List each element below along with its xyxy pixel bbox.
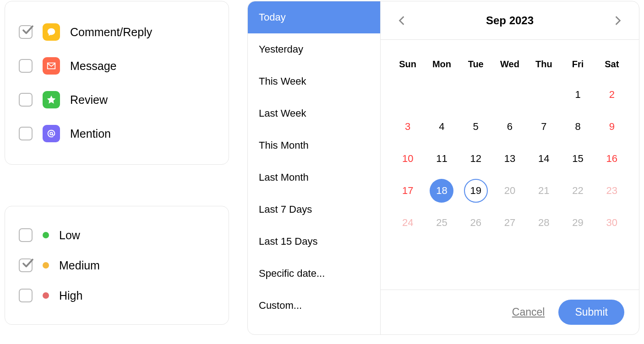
preset-last-7-days[interactable]: Last 7 Days bbox=[248, 194, 380, 226]
calendar-day[interactable]: 1 bbox=[561, 79, 595, 111]
calendar-day[interactable]: 23 bbox=[595, 175, 629, 207]
calendar: Sep 2023 SunMonTueWedThuFriSat1234567891… bbox=[381, 1, 639, 334]
calendar-dow: Mon bbox=[425, 54, 458, 79]
calendar-dow: Thu bbox=[527, 54, 561, 79]
calendar-day bbox=[391, 79, 425, 111]
calendar-day[interactable]: 24 bbox=[391, 207, 425, 239]
calendar-day[interactable]: 18 bbox=[425, 175, 458, 207]
checkbox[interactable] bbox=[19, 258, 33, 272]
calendar-day[interactable]: 5 bbox=[459, 111, 493, 143]
calendar-day[interactable]: 3 bbox=[391, 111, 425, 143]
star-icon bbox=[43, 91, 60, 108]
prev-month-button[interactable] bbox=[396, 15, 407, 26]
priority-filter-high[interactable]: High bbox=[19, 280, 215, 311]
calendar-day[interactable]: 15 bbox=[561, 143, 595, 175]
calendar-day bbox=[527, 79, 561, 111]
calendar-day[interactable]: 9 bbox=[595, 111, 629, 143]
preset-yesterday[interactable]: Yesterday bbox=[248, 33, 380, 65]
calendar-day[interactable]: 4 bbox=[425, 111, 458, 143]
comment-icon bbox=[43, 23, 60, 41]
calendar-day[interactable]: 28 bbox=[527, 207, 561, 239]
calendar-day[interactable]: 10 bbox=[391, 143, 425, 175]
submit-button[interactable]: Submit bbox=[558, 300, 624, 325]
calendar-day[interactable]: 6 bbox=[493, 111, 527, 143]
checkbox[interactable] bbox=[19, 59, 33, 73]
filter-label: Review bbox=[70, 93, 108, 107]
calendar-month-title: Sep 2023 bbox=[486, 14, 534, 27]
preset-specific-date[interactable]: Specific date... bbox=[248, 258, 380, 290]
calendar-header: Sep 2023 bbox=[381, 1, 639, 40]
type-filter-at[interactable]: Mention bbox=[19, 117, 215, 150]
calendar-day[interactable]: 26 bbox=[459, 207, 493, 239]
type-filter-mail[interactable]: Message bbox=[19, 49, 215, 83]
calendar-day[interactable]: 20 bbox=[493, 175, 527, 207]
preset-today[interactable]: Today bbox=[248, 1, 380, 33]
priority-filter-low[interactable]: Low bbox=[19, 220, 215, 250]
calendar-day[interactable]: 8 bbox=[561, 111, 595, 143]
preset-last-month[interactable]: Last Month bbox=[248, 161, 380, 194]
filter-label: High bbox=[59, 289, 82, 302]
calendar-day[interactable]: 13 bbox=[493, 143, 527, 175]
preset-custom[interactable]: Custom... bbox=[248, 290, 380, 322]
chevron-left-icon bbox=[398, 16, 405, 26]
calendar-day[interactable]: 29 bbox=[561, 207, 595, 239]
priority-filter-medium[interactable]: Medium bbox=[19, 250, 215, 280]
calendar-day[interactable]: 17 bbox=[391, 175, 425, 207]
filter-label: Comment/Reply bbox=[70, 26, 152, 39]
preset-last-15-days[interactable]: Last 15 Days bbox=[248, 226, 380, 258]
mail-icon bbox=[43, 57, 60, 75]
calendar-day[interactable]: 7 bbox=[527, 111, 561, 143]
calendar-day[interactable]: 21 bbox=[527, 175, 561, 207]
calendar-day[interactable]: 11 bbox=[425, 143, 458, 175]
calendar-dow: Wed bbox=[493, 54, 527, 79]
calendar-dow: Sat bbox=[595, 54, 629, 79]
chevron-right-icon bbox=[615, 16, 621, 26]
preset-this-week[interactable]: This Week bbox=[248, 65, 380, 97]
type-filter-comment[interactable]: Comment/Reply bbox=[19, 15, 215, 49]
at-icon bbox=[43, 125, 60, 142]
priority-dot-icon bbox=[43, 262, 49, 269]
type-filter-star[interactable]: Review bbox=[19, 83, 215, 117]
calendar-footer: Cancel Submit bbox=[381, 290, 639, 334]
calendar-dow: Sun bbox=[391, 54, 425, 79]
checkbox[interactable] bbox=[19, 228, 33, 242]
checkbox[interactable] bbox=[19, 127, 33, 140]
priority-panel: LowMediumHigh bbox=[5, 206, 229, 325]
calendar-day bbox=[493, 79, 527, 111]
calendar-day[interactable]: 14 bbox=[527, 143, 561, 175]
calendar-dow: Tue bbox=[459, 54, 493, 79]
calendar-day[interactable]: 2 bbox=[595, 79, 629, 111]
calendar-grid: SunMonTueWedThuFriSat1234567891011121314… bbox=[381, 40, 639, 243]
filter-label: Mention bbox=[70, 127, 111, 140]
calendar-day bbox=[425, 79, 458, 111]
preset-this-month[interactable]: This Month bbox=[248, 129, 380, 161]
date-picker-panel: TodayYesterdayThis WeekLast WeekThis Mon… bbox=[247, 1, 639, 335]
priority-dot-icon bbox=[43, 292, 49, 299]
filter-label: Medium bbox=[59, 259, 100, 272]
calendar-dow: Fri bbox=[561, 54, 595, 79]
checkbox[interactable] bbox=[19, 93, 33, 107]
preset-last-week[interactable]: Last Week bbox=[248, 97, 380, 129]
calendar-day bbox=[459, 79, 493, 111]
filter-label: Message bbox=[70, 59, 116, 73]
cancel-button[interactable]: Cancel bbox=[512, 306, 545, 318]
calendar-day[interactable]: 12 bbox=[459, 143, 493, 175]
calendar-day[interactable]: 16 bbox=[595, 143, 629, 175]
date-presets-list: TodayYesterdayThis WeekLast WeekThis Mon… bbox=[248, 1, 381, 334]
notification-types-panel: Comment/ReplyMessageReviewMention bbox=[5, 1, 229, 165]
checkbox[interactable] bbox=[19, 25, 33, 39]
filter-label: Low bbox=[59, 229, 80, 242]
calendar-day[interactable]: 25 bbox=[425, 207, 458, 239]
priority-dot-icon bbox=[43, 232, 49, 238]
calendar-day[interactable]: 30 bbox=[595, 207, 629, 239]
calendar-day[interactable]: 27 bbox=[493, 207, 527, 239]
next-month-button[interactable] bbox=[612, 15, 623, 26]
calendar-day[interactable]: 22 bbox=[561, 175, 595, 207]
checkbox[interactable] bbox=[19, 289, 33, 302]
calendar-day[interactable]: 19 bbox=[459, 175, 493, 207]
